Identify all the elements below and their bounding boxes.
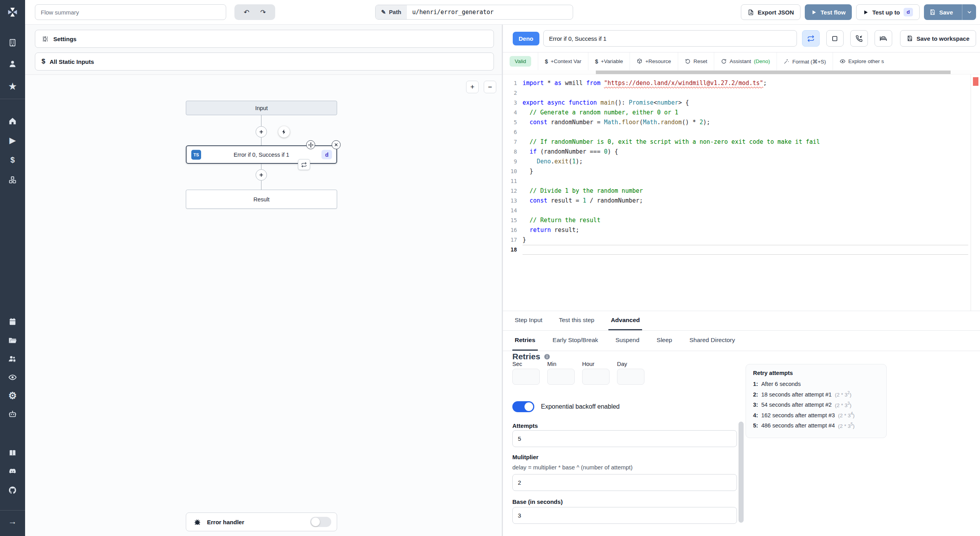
assistant-lang: (Deno) bbox=[754, 58, 770, 64]
undo-icon[interactable]: ↶ bbox=[244, 9, 249, 16]
export-json-button[interactable]: Export JSON bbox=[741, 4, 801, 20]
code-line-13[interactable]: 13 const result = 1 / randomNumber; bbox=[503, 196, 968, 206]
content-scrollbar-thumb[interactable] bbox=[739, 422, 744, 523]
tab-shared-directory[interactable]: Shared Directory bbox=[687, 331, 737, 351]
code-line-3[interactable]: 3export async function main(): Promise<n… bbox=[503, 98, 968, 108]
all-static-inputs-button[interactable]: $ All Static Inputs bbox=[35, 53, 494, 71]
code-line-5[interactable]: 5 const randomNumber = Math.floor(Math.r… bbox=[503, 118, 968, 127]
reset-button[interactable]: Reset bbox=[678, 53, 714, 70]
favorites-star-icon[interactable]: ★ bbox=[0, 81, 25, 92]
sleep-bed-button[interactable] bbox=[875, 30, 892, 47]
retry-hour-input[interactable] bbox=[582, 369, 610, 385]
retry-sec-input[interactable] bbox=[512, 369, 540, 385]
format-button[interactable]: Format (⌘+S) bbox=[777, 53, 833, 70]
error-handler-row[interactable]: Error handler bbox=[186, 512, 337, 531]
docs-book-icon[interactable] bbox=[0, 449, 25, 457]
retry-formula: (2 * 32) bbox=[835, 391, 851, 398]
code-line-11[interactable]: 11 bbox=[503, 176, 968, 186]
expand-arrow-icon[interactable]: → bbox=[0, 516, 25, 527]
folders-icon[interactable] bbox=[0, 336, 25, 345]
flow-summary-input[interactable] bbox=[35, 4, 226, 20]
save-button[interactable]: Save bbox=[924, 4, 976, 20]
code-line-7[interactable]: 7 // If randomNumber is 0, exit the scri… bbox=[503, 137, 968, 147]
input-node[interactable]: Input bbox=[186, 101, 337, 115]
code-line-8[interactable]: 8 if (randomNumber === 0) { bbox=[503, 147, 968, 157]
discord-icon[interactable] bbox=[0, 467, 25, 476]
explore-scripts-button[interactable]: Explore other s bbox=[833, 53, 891, 70]
add-variable-button[interactable]: $+Variable bbox=[588, 53, 630, 70]
resources-blocks-icon[interactable] bbox=[0, 176, 25, 184]
redo-icon[interactable]: ↷ bbox=[260, 9, 266, 16]
delete-step-button[interactable] bbox=[332, 140, 341, 149]
tab-step-input[interactable]: Step Input bbox=[512, 311, 545, 330]
zoom-in-button[interactable]: + bbox=[466, 81, 479, 93]
windmill-logo-icon[interactable] bbox=[0, 6, 25, 18]
code-line-6[interactable]: 6 bbox=[503, 127, 968, 137]
step-tabs: Step InputTest this stepAdvanced bbox=[503, 311, 980, 331]
zoom-out-button[interactable]: − bbox=[484, 81, 496, 93]
tab-sleep[interactable]: Sleep bbox=[654, 331, 675, 351]
retry-indicator-button[interactable] bbox=[298, 159, 310, 170]
test-up-to-button[interactable]: Test up to d bbox=[856, 4, 920, 20]
code-line-16[interactable]: 16 return result; bbox=[503, 225, 968, 235]
base-input[interactable] bbox=[512, 507, 737, 524]
attempts-input[interactable] bbox=[512, 430, 737, 447]
suspend-phone-button[interactable] bbox=[850, 30, 868, 47]
save-to-workspace-button[interactable]: Save to workspace bbox=[900, 30, 976, 47]
code-line-12[interactable]: 12 // Divide 1 by the random number bbox=[503, 186, 968, 196]
user-icon[interactable] bbox=[0, 60, 25, 68]
add-resource-button[interactable]: +Resource bbox=[630, 53, 678, 70]
code-line-4[interactable]: 4 // Generate a random number, either 0 … bbox=[503, 108, 968, 118]
code-line-15[interactable]: 15 // Return the result bbox=[503, 215, 968, 225]
add-context-var-button[interactable]: $+Context Var bbox=[538, 53, 588, 70]
code-line-17[interactable]: 17} bbox=[503, 235, 968, 245]
tab-advanced[interactable]: Advanced bbox=[608, 311, 642, 330]
code-line-14[interactable]: 14 bbox=[503, 206, 968, 215]
trigger-bolt-button[interactable] bbox=[278, 126, 290, 138]
step-title-input[interactable] bbox=[543, 30, 797, 47]
assistant-button[interactable]: Assistant(Deno) bbox=[714, 53, 777, 70]
add-step-button[interactable] bbox=[256, 169, 267, 181]
code-line-1[interactable]: 1import * as wmill from "https://deno.la… bbox=[503, 78, 968, 88]
runs-play-icon[interactable]: ▶ bbox=[0, 136, 25, 145]
home-icon[interactable] bbox=[0, 117, 25, 125]
flow-settings-button[interactable]: Settings bbox=[35, 30, 494, 48]
ai-robot-icon[interactable] bbox=[0, 410, 25, 418]
add-step-button[interactable] bbox=[256, 126, 267, 138]
retry-toggle-button[interactable] bbox=[802, 30, 820, 47]
code-editor[interactable]: 1import * as wmill from "https://deno.la… bbox=[503, 74, 980, 311]
settings-gear-icon[interactable]: ⚙ bbox=[0, 390, 25, 401]
test-flow-button[interactable]: Test flow bbox=[805, 4, 852, 20]
tab-retries[interactable]: Retries bbox=[512, 331, 538, 351]
code-line-10[interactable]: 10 } bbox=[503, 167, 968, 176]
stop-square-button[interactable] bbox=[826, 30, 844, 47]
github-icon[interactable] bbox=[0, 486, 25, 494]
code-line-2[interactable]: 2 bbox=[503, 88, 968, 98]
result-node[interactable]: Result bbox=[186, 190, 337, 209]
flow-canvas[interactable]: + − Input TS Error if 0, Success if 1 d bbox=[25, 74, 502, 536]
error-handler-toggle[interactable] bbox=[310, 517, 331, 527]
move-step-button[interactable] bbox=[306, 140, 315, 149]
retry-min-input[interactable] bbox=[547, 369, 575, 385]
flow-panel: Settings $ All Static Inputs + − Input T… bbox=[25, 25, 502, 536]
save-dropdown-chevron[interactable] bbox=[962, 4, 976, 20]
tab-suspend[interactable]: Suspend bbox=[613, 331, 642, 351]
step-node-selected[interactable]: TS Error if 0, Success if 1 d bbox=[186, 145, 337, 164]
path-value[interactable]: u/henri/error_generator bbox=[407, 5, 499, 19]
multiplier-input[interactable] bbox=[512, 474, 737, 491]
info-icon[interactable] bbox=[544, 353, 550, 360]
exponential-backoff-toggle[interactable] bbox=[512, 401, 534, 412]
code-line-9[interactable]: 9 Deno.exit(1); bbox=[503, 157, 968, 167]
tab-test-this-step[interactable]: Test this step bbox=[557, 311, 597, 330]
retry-day-input[interactable] bbox=[617, 369, 644, 385]
code-line-18[interactable]: 18 bbox=[503, 245, 968, 255]
toolbar-scrollbar-thumb[interactable] bbox=[596, 71, 951, 74]
variables-dollar-icon[interactable]: $ bbox=[0, 156, 25, 165]
audit-eye-icon[interactable] bbox=[0, 373, 25, 382]
windmill-flow-editor: ★ ▶ $ ⚙ bbox=[0, 0, 980, 536]
workspace-building-icon[interactable] bbox=[0, 38, 25, 47]
workers-users-gear-icon[interactable] bbox=[0, 355, 25, 363]
tab-early-stop-break[interactable]: Early Stop/Break bbox=[550, 331, 601, 351]
refresh-icon bbox=[721, 58, 727, 64]
schedules-calendar-icon[interactable] bbox=[0, 317, 25, 326]
